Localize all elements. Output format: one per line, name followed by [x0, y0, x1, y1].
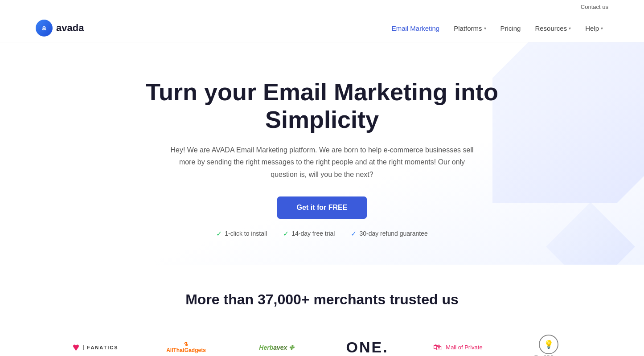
- badge-refund-text: 30-day refund guarantee: [359, 230, 427, 237]
- mall-text: Mall of Private: [446, 344, 482, 351]
- nav-platforms[interactable]: Platforms ▾: [448, 22, 491, 35]
- mall-icon: 🛍: [433, 342, 442, 352]
- ozdecor-circle: 💡: [539, 335, 558, 354]
- merchants-section: More than 37,000+ merchants trusted us ♥…: [0, 265, 644, 356]
- navbar: a avada Email Marketing Platforms ▾ Pric…: [0, 14, 644, 42]
- logo-allthatgadgets: ⚗ AllThatGadgets: [157, 334, 215, 356]
- merchants-heading: More than 37,000+ merchants trusted us: [36, 291, 608, 308]
- logo-mall-of-private: 🛍 Mall of Private: [424, 334, 491, 356]
- badge-install: ✓ 1-click to install: [216, 229, 267, 238]
- hero-badges: ✓ 1-click to install ✓ 14-day free trial…: [18, 229, 626, 238]
- logo-icon: a: [36, 20, 53, 37]
- logo-text: avada: [56, 22, 84, 34]
- allthat-text: AllThatGadgets: [166, 347, 206, 353]
- logo-herbavex: Herbavex ✤: [250, 334, 303, 356]
- logo-fanatics: ♥ FANATICS: [64, 334, 127, 356]
- fanatics-text: FANATICS: [83, 345, 118, 350]
- chevron-down-icon-3: ▾: [601, 26, 603, 31]
- nav-email-marketing[interactable]: Email Marketing: [386, 22, 445, 35]
- check-icon-1: ✓: [216, 229, 222, 238]
- check-icon-2: ✓: [283, 229, 289, 238]
- logos-grid: ♥ FANATICS ⚗ AllThatGadgets Herbavex ✤ O…: [55, 330, 590, 356]
- contact-link[interactable]: Contact us: [581, 4, 608, 10]
- hero-headline: Turn your Email Marketing into Simplicit…: [122, 78, 523, 133]
- hero-description: Hey! We are AVADA Email Marketing platfo…: [166, 144, 478, 180]
- chevron-down-icon: ▾: [484, 26, 486, 31]
- heart-icon: ♥: [73, 340, 79, 354]
- hero-section: Turn your Email Marketing into Simplicit…: [0, 42, 644, 265]
- herbavex-text: Herbavex ✤: [259, 344, 294, 351]
- nav-links: Email Marketing Platforms ▾ Pricing Reso…: [386, 22, 608, 35]
- lamp-icon: 💡: [544, 340, 554, 349]
- logo-ozdecor: 💡 The OZ Decor: [525, 330, 571, 356]
- logo-letter: a: [42, 24, 46, 32]
- nav-pricing[interactable]: Pricing: [495, 22, 526, 35]
- nav-resources[interactable]: Resources ▾: [529, 22, 576, 35]
- allthat-icon: ⚗: [166, 341, 206, 347]
- badge-install-text: 1-click to install: [225, 230, 267, 237]
- one-text: ONE.: [346, 339, 389, 356]
- cta-button[interactable]: Get it for FREE: [277, 196, 367, 219]
- top-bar: Contact us: [0, 0, 644, 14]
- nav-help[interactable]: Help ▾: [580, 22, 608, 35]
- logo-one: ONE.: [337, 334, 398, 356]
- logo-link[interactable]: a avada: [36, 20, 84, 37]
- badge-trial-text: 14-day free trial: [291, 230, 335, 237]
- badge-refund: ✓ 30-day refund guarantee: [351, 229, 427, 238]
- check-icon-3: ✓: [351, 229, 357, 238]
- badge-trial: ✓ 14-day free trial: [283, 229, 335, 238]
- chevron-down-icon-2: ▾: [569, 26, 571, 31]
